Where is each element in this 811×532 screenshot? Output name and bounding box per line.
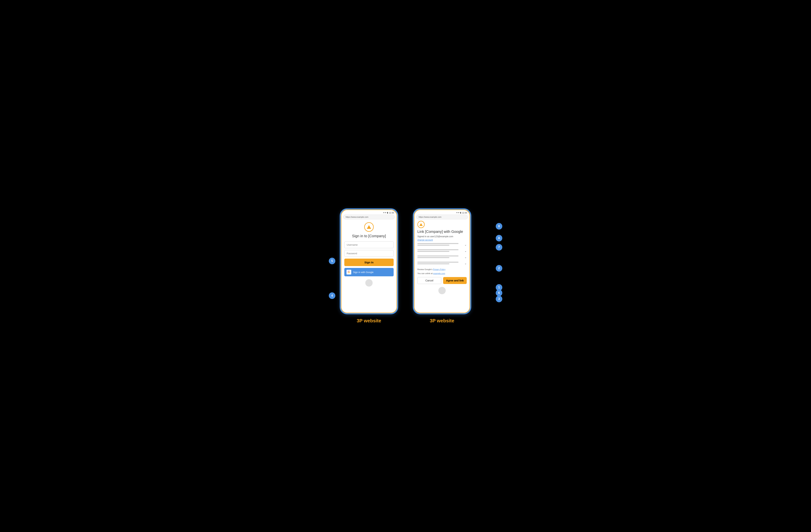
right-logo-circle xyxy=(417,221,425,228)
chevron-down-icon-2[interactable]: ⌄ xyxy=(464,249,467,253)
annotation-4: 4 xyxy=(329,292,335,299)
annotation-7: 7 xyxy=(496,244,502,250)
chevron-down-icon-3[interactable]: ⌄ xyxy=(464,256,467,259)
scope-line xyxy=(417,257,449,258)
scope-lines-3 xyxy=(417,256,463,259)
privacy-policy-link[interactable]: Privacy Policy xyxy=(433,268,445,271)
annotation-5: 5 xyxy=(329,258,335,264)
left-phone-label: 3P website xyxy=(357,318,381,324)
google-signin-button[interactable]: G Sign in with Google xyxy=(344,268,394,276)
diagram-container: ▾ ▾ ▮ 12:30 https://www.example.com xyxy=(296,208,515,324)
right-logo-triangle xyxy=(419,223,423,226)
left-status-bar: ▾ ▾ ▮ 12:30 xyxy=(341,210,397,215)
change-account-link[interactable]: change account xyxy=(417,239,433,241)
cancel-button[interactable]: Cancel xyxy=(417,277,441,284)
left-logo-area xyxy=(344,222,394,232)
scope-row-4: ⌄ xyxy=(417,262,467,267)
left-logo-circle xyxy=(364,222,374,232)
left-address-bar: https://www.example.com xyxy=(343,215,395,219)
left-phone-content: Sign in to [Company] Sign In G Sign in w… xyxy=(341,222,397,276)
scope-lines-4 xyxy=(417,262,463,265)
left-home-button[interactable] xyxy=(365,279,373,287)
right-phone-label: 3P website xyxy=(430,318,454,324)
bottom-buttons: Cancel Agree and link xyxy=(417,277,467,284)
right-phone-content: Link [Company] with Google Signed in as … xyxy=(414,221,470,284)
right-signal-icon: ▾ xyxy=(458,212,459,214)
scope-lines-1 xyxy=(417,243,463,246)
left-phone-section: ▾ ▾ ▮ 12:30 https://www.example.com xyxy=(340,208,398,324)
left-signal-icon: ▾ xyxy=(385,212,386,214)
signin-button[interactable]: Sign In xyxy=(344,259,394,266)
scope-row-2: ⌄ xyxy=(417,249,467,254)
chevron-down-icon-4[interactable]: ⌄ xyxy=(464,262,467,265)
scope-line xyxy=(417,263,449,264)
left-time: 12:30 xyxy=(389,212,394,214)
right-page-title: Link [Company] with Google xyxy=(417,230,467,234)
scope-line xyxy=(417,251,449,252)
scope-row-3: ⌄ xyxy=(417,256,467,260)
policy-text-1: Review Google's Privacy Policy xyxy=(417,268,467,271)
signed-in-text: Signed in as user123@example.com xyxy=(417,235,467,238)
right-wifi-icon: ▾ xyxy=(457,212,458,214)
agree-link-button[interactable]: Agree and link xyxy=(443,277,467,284)
scope-line xyxy=(417,243,458,244)
scope-line xyxy=(417,249,458,250)
right-status-bar: ▾ ▾ ▮ 12:30 xyxy=(414,210,470,215)
annotation-3: 3 xyxy=(496,296,502,302)
scope-line xyxy=(417,262,458,263)
scope-line xyxy=(417,256,458,256)
right-home-button[interactable] xyxy=(438,287,446,294)
username-input[interactable] xyxy=(344,241,394,248)
scope-row-1: ⌄ xyxy=(417,243,467,248)
google-g-letter: G xyxy=(348,271,350,274)
left-logo-triangle xyxy=(367,225,371,229)
right-address-bar: https://www.example.com xyxy=(416,215,468,219)
annotation-8: 8 xyxy=(496,223,502,230)
right-time: 12:30 xyxy=(462,212,467,214)
password-input[interactable] xyxy=(344,250,394,257)
scope-line xyxy=(417,245,449,246)
right-battery-icon: ▮ xyxy=(460,212,461,214)
policy-text-2: You can unlink at example.com xyxy=(417,272,467,274)
annotation-2: 2 xyxy=(496,265,502,272)
left-wifi-icon: ▾ xyxy=(383,212,384,214)
unlink-link[interactable]: example.com xyxy=(433,272,445,274)
google-button-label: Sign in with Google xyxy=(353,271,373,274)
annotation-A: A xyxy=(496,235,502,241)
annotation-6: 6 xyxy=(496,290,502,296)
right-phone: ▾ ▾ ▮ 12:30 https://www.example.com xyxy=(413,208,471,314)
left-phone: ▾ ▾ ▮ 12:30 https://www.example.com xyxy=(340,208,398,314)
google-icon: G xyxy=(347,270,351,274)
left-battery-icon: ▮ xyxy=(387,212,388,214)
left-page-title: Sign in to [Company] xyxy=(344,234,394,238)
right-phone-section: ▾ ▾ ▮ 12:30 https://www.example.com xyxy=(413,208,471,324)
chevron-down-icon-1[interactable]: ⌄ xyxy=(464,243,467,246)
scope-lines-2 xyxy=(417,249,463,253)
